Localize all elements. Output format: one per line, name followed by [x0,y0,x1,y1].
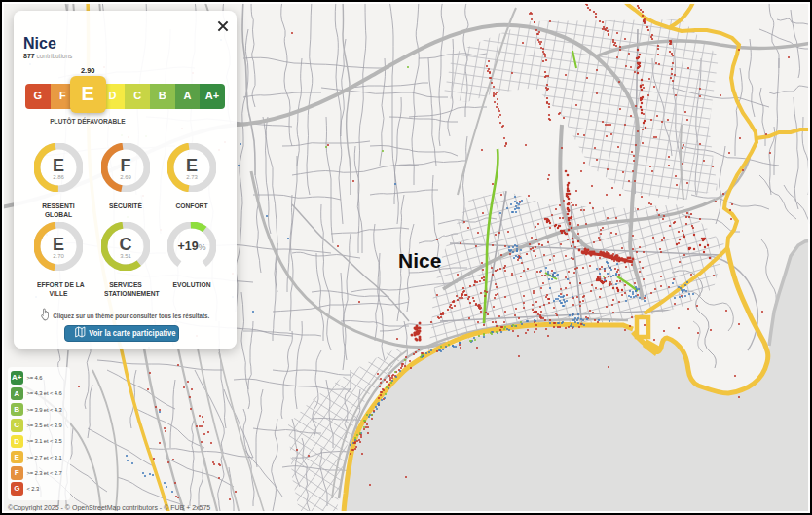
svg-text:E: E [186,155,198,174]
svg-text:Nice: Nice [398,249,441,272]
svg-text:2.73: 2.73 [186,173,198,179]
svg-text:©Copyright 2025 - © OpenStreet: ©Copyright 2025 - © OpenStreetMap contri… [8,504,210,512]
svg-text:F: F [120,155,130,174]
svg-text:2.86: 2.86 [53,173,64,179]
svg-text:3.51: 3.51 [120,252,131,258]
svg-text:2.69: 2.69 [120,173,131,179]
svg-text:E: E [52,234,63,253]
svg-text:+19%: +19% [178,239,206,253]
svg-text:C: C [119,234,131,253]
svg-text:2.70: 2.70 [53,252,64,258]
svg-text:E: E [52,155,63,174]
